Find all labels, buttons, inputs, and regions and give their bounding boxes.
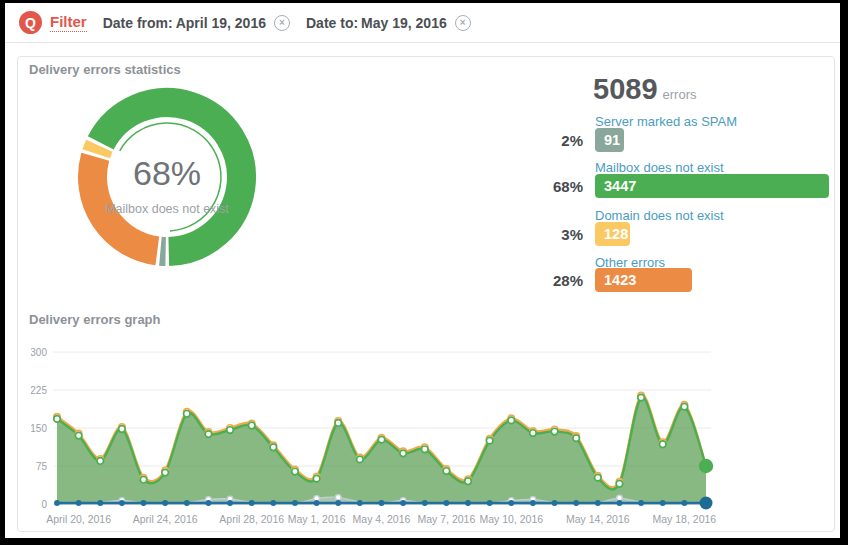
svg-text:0: 0 [41,499,47,510]
date-to-chip: Date to: May 19, 2016 × [306,15,471,31]
date-from-label: Date from: [103,15,173,31]
stat-category-label: Domain does not exist [595,208,724,223]
date-from-chip: Date from: April 19, 2016 × [103,15,290,31]
svg-text:May 7, 2016: May 7, 2016 [417,513,475,525]
svg-text:225: 225 [31,385,47,396]
svg-text:150: 150 [31,423,47,434]
timeseries-svg: 075150225300April 20, 2016April 24, 2016… [31,345,733,531]
date-to-label: Date to: [306,15,358,31]
svg-text:April 24, 2016: April 24, 2016 [133,513,198,525]
filter-button-label: Filter [50,13,87,32]
svg-text:May 4, 2016: May 4, 2016 [353,513,411,525]
stat-percent: 2% [533,128,583,149]
total-errors: 5089errors [593,73,696,106]
remove-date-from-icon[interactable]: × [274,15,290,31]
stat-count-bar: 91 [595,128,624,152]
stat-percent: 3% [533,222,583,243]
content-card: Delivery errors statistics 68% Mailbox d… [17,56,835,532]
stat-count-bar: 128 [595,222,630,246]
svg-text:300: 300 [31,347,47,358]
svg-text:May 18, 2016: May 18, 2016 [653,513,717,525]
donut-svg [67,77,267,277]
stat-count-bar: 1423 [595,268,692,292]
stat-category-label: Server marked as SPAM [595,114,737,129]
statistics-heading: Delivery errors statistics [29,62,181,77]
svg-text:May 1, 2016: May 1, 2016 [288,513,346,525]
svg-text:April 28, 2016: April 28, 2016 [219,513,284,525]
svg-text:May 14, 2016: May 14, 2016 [566,513,630,525]
filter-button[interactable]: Q Filter [19,11,87,34]
remove-date-to-icon[interactable]: × [455,15,471,31]
date-from-value: April 19, 2016 [176,15,266,31]
stat-count-bar: 3447 [595,174,829,198]
donut-chart [67,77,267,277]
date-to-value: May 19, 2016 [361,15,447,31]
filter-bar: Q Filter Date from: April 19, 2016 × Dat… [5,3,840,43]
stat-percent: 28% [533,268,583,289]
graph-heading: Delivery errors graph [29,312,161,327]
timeseries-chart: 075150225300April 20, 2016April 24, 2016… [31,345,733,531]
svg-text:May 10, 2016: May 10, 2016 [479,513,543,525]
stat-category-label: Mailbox does not exist [595,160,724,175]
svg-text:April 20, 2016: April 20, 2016 [46,513,111,525]
total-errors-count: 5089 [593,73,658,105]
filter-icon: Q [19,11,42,34]
total-errors-suffix: errors [663,87,697,102]
app-window: Q Filter Date from: April 19, 2016 × Dat… [5,3,840,538]
stat-percent: 68% [533,174,583,195]
svg-text:75: 75 [36,461,48,472]
